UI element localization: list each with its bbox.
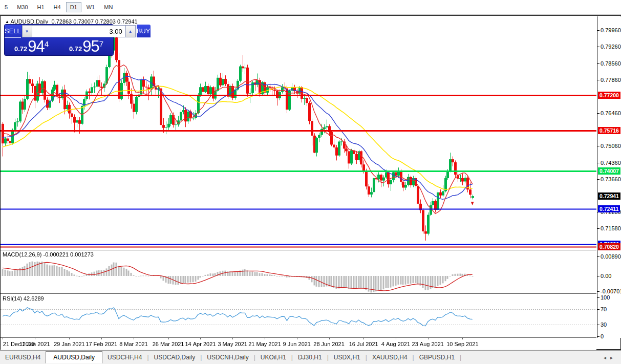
buy-price[interactable]: 0.72957 [59, 38, 113, 55]
rsi-tick-label: 30 [601, 322, 607, 328]
level-price-flag-075716: 0.75716 [598, 127, 620, 134]
price-tick-label: 0.73660 [601, 176, 621, 182]
macd-tick-label: 0.00 [601, 273, 611, 279]
volume-input[interactable] [32, 25, 125, 37]
timeframe-toolbar: 5M30H1H4D1W1MN [0, 0, 621, 15]
axis-tick-mark [597, 179, 599, 180]
volume-decrease-button[interactable]: ▼ [22, 25, 32, 37]
price-tick-label: 0.76460 [601, 110, 621, 116]
tab-dj30-h1[interactable]: DJ30,H1 [293, 352, 327, 363]
tab-gbpusd-h1[interactable]: GBPUSD,H1 [414, 352, 460, 363]
timeframe-button-mn[interactable]: MN [100, 2, 117, 12]
rsi-tick-label: 70 [601, 306, 607, 312]
axis-tick-mark [597, 309, 599, 310]
timeframe-button-h1[interactable]: H1 [33, 2, 49, 12]
chart-window: ▲ AUDUSD,Daily 0.72863 0.73007 0.72803 0… [0, 15, 621, 350]
macd-tick-label: 0.008904 [601, 253, 621, 260]
price-tick-label: 0.71580 [601, 225, 621, 231]
axis-tick-mark [597, 63, 599, 64]
timeframe-button-5[interactable]: 5 [1, 2, 12, 12]
tab-separator: | [460, 354, 461, 361]
axis-tick-mark [597, 325, 599, 325]
axis-tick-mark [597, 80, 599, 80]
level-price-flag-074007: 0.74007 [598, 167, 620, 175]
volume-increase-button[interactable]: ▲ [125, 25, 136, 37]
sell-price-pip: 4 [45, 39, 49, 48]
axis-tick-mark [597, 146, 599, 146]
axis-tick-mark [597, 47, 599, 47]
one-click-trade-panel: SELL ▼ ▲ BUY 0.72944 0.72957 [5, 25, 113, 55]
price-tick-label: 0.75060 [601, 143, 621, 149]
price-tick-label: 0.74360 [601, 160, 621, 166]
timeframe-button-m30[interactable]: M30 [13, 2, 32, 12]
trading-app: 5M30H1H4D1W1MN ▲ AUDUSD,Daily 0.72863 0.… [0, 0, 621, 364]
axis-tick-mark [597, 30, 599, 31]
price-tick-label: 0.79960 [601, 27, 621, 33]
tab-usdcad-daily[interactable]: USDCAD,Daily [149, 352, 201, 363]
axis-tick-mark [597, 297, 599, 298]
tab-usdcnh-daily[interactable]: USDCNH,Daily [202, 352, 253, 363]
timeframe-button-w1[interactable]: W1 [82, 2, 99, 12]
timeframe-button-d1[interactable]: D1 [66, 2, 81, 12]
timeframe-button-h4[interactable]: H4 [50, 2, 65, 12]
sell-price-base: 0.72 [14, 45, 27, 53]
price-tick-label: 0.78560 [601, 60, 621, 67]
buy-price-big: 95 [82, 37, 99, 56]
level-price-flag-077200: 0.77200 [598, 92, 620, 99]
buy-price-pip: 7 [99, 39, 103, 48]
tab-audusd-daily[interactable]: AUDUSD,Daily [46, 351, 102, 363]
level-price-flag-072411: 0.72411 [598, 205, 620, 212]
symbol-tab-bar: EURUSD,H4AUDUSD,DailyUSDCHF,H4|USDCAD,Da… [0, 350, 621, 364]
macd-tick-label: -0.007013 [601, 288, 621, 294]
rsi-tick-label: 100 [601, 294, 610, 301]
axis-tick-mark [597, 113, 599, 114]
axis-tick-mark [597, 291, 599, 292]
tab-xauusd-h4[interactable]: XAUUSD,H4 [367, 352, 413, 363]
price-chart-canvas[interactable] [1, 16, 596, 350]
buy-price-base: 0.72 [69, 45, 82, 53]
tab-scroll-arrows[interactable]: ◂▸ [604, 355, 617, 360]
tab-eurusd-h4[interactable]: EURUSD,H4 [0, 352, 46, 363]
tab-usdx-h1[interactable]: USDX,H1 [329, 352, 366, 363]
tab-usdchf-h4[interactable]: USDCHF,H4 [102, 352, 147, 363]
price-axis: 0.799600.792600.785600.778600.764600.750… [597, 16, 621, 338]
sell-button[interactable]: SELL [5, 25, 21, 38]
level-price-flag-070820: 0.70820 [598, 243, 620, 250]
current-price-flag: 0.72941 [598, 192, 620, 200]
sell-price-big: 94 [28, 37, 44, 56]
axis-tick-mark [597, 276, 599, 276]
sell-price[interactable]: 0.72944 [5, 38, 58, 55]
buy-button[interactable]: BUY [137, 25, 151, 38]
tab-ukoil-h1[interactable]: UKOil,H1 [255, 352, 291, 363]
rsi-tick-label: 0 [601, 333, 604, 339]
axis-tick-mark [597, 163, 599, 163]
price-tick-label: 0.77860 [601, 77, 621, 83]
axis-tick-mark [597, 228, 599, 229]
toolbar-separator [120, 2, 121, 13]
axis-tick-mark [597, 336, 599, 337]
axis-tick-mark [597, 256, 599, 257]
price-tick-label: 0.79260 [601, 44, 621, 50]
